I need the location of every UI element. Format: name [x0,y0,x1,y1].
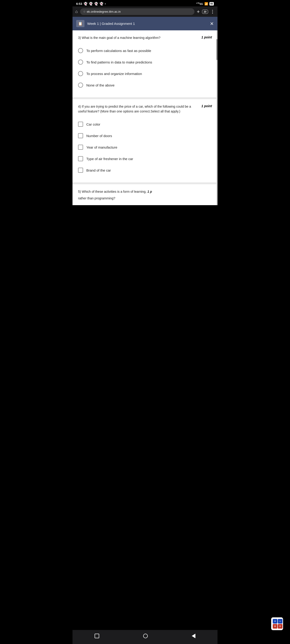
q4-label-e: Brand of the car [86,168,111,173]
q3-option-b[interactable]: To find patterns in data to make predict… [78,56,212,68]
scroll-thumb[interactable] [216,39,217,60]
browser-bar: ⌂ ⊙ ek.onlinedegree.iitm.ac.in + 20 ⋮ [73,6,217,17]
q3-label-a: To perform calculations as fast as possi… [86,48,151,53]
question-5-points-inline: 1 p [147,190,152,194]
question-4-options: Car color Number of doors Year of manufa… [78,118,212,176]
q3-radio-c[interactable] [78,71,83,76]
q3-label-d: None of the above [86,83,115,88]
header-icon: 📋 [76,20,85,27]
question-3-points: 1 point [201,36,212,39]
address-bar[interactable]: ⊙ ek.onlinedegree.iitm.ac.in [80,8,194,15]
menu-button[interactable]: ⋮ [210,9,215,14]
q3-label-c: To process and organize information [86,71,142,76]
time-display: 6:53 [76,2,82,6]
question-5-card-partial: 5) Which of these activities is a form o… [73,184,217,205]
question-4-number: 4) [78,105,81,108]
snapchat-ghost-1: 👻 [84,2,88,6]
page-header: 📋 Week 1 | Graded Assignment 1 ✕ [73,17,217,30]
q4-checkbox-e[interactable] [78,168,83,173]
q4-checkbox-d[interactable] [78,156,83,161]
q4-label-d: Type of air freshener in the car [86,156,133,161]
q3-option-d[interactable]: None of the above [78,79,212,91]
q3-radio-a[interactable] [78,48,83,53]
question-3-text: 3) What is the main goal of a machine le… [78,36,200,40]
q4-label-a: Car color [86,122,100,127]
scroll-track [216,30,217,205]
signal-bars: 📶 [204,2,208,6]
q4-option-e[interactable]: Brand of the car [78,164,212,176]
page-title: Week 1 | Graded Assignment 1 [87,22,207,26]
home-icon[interactable]: ⌂ [75,9,78,14]
question-5-body: Which of these activities is a form of l… [82,190,146,194]
snapchat-ghost-3: 👻 [94,2,98,6]
q4-option-b[interactable]: Number of doors [78,130,212,142]
q3-option-c[interactable]: To process and organize information [78,68,212,79]
assignment-icon: 📋 [78,22,83,26]
close-button[interactable]: ✕ [210,21,214,26]
q4-label-c: Year of manufacture [86,145,117,150]
battery-indicator: 66 [209,2,214,6]
lock-icon: ⊙ [83,10,85,13]
q4-checkbox-a[interactable] [78,122,83,127]
snapchat-ghost-4: 👻 [99,2,103,6]
status-right: LTE5G 📶 66 [196,2,214,6]
q3-label-b: To find patterns in data to make predict… [86,60,152,65]
q4-label-b: Number of doors [86,134,112,138]
tab-count[interactable]: 20 [202,10,208,14]
question-3-options: To perform calculations as fast as possi… [78,45,212,91]
q4-option-a[interactable]: Car color [78,118,212,130]
question-4-body: If you are trying to predict the price o… [78,105,191,113]
question-3-number: 3) [78,36,81,40]
question-4-header: 4) If you are trying to predict the pric… [78,104,212,114]
question-3-card: 3) What is the main goal of a machine le… [73,30,217,99]
status-bar: 6:53 👻 👻 👻 👻 ● LTE5G 📶 66 [73,0,217,6]
q4-checkbox-c[interactable] [78,145,83,150]
q3-radio-d[interactable] [78,82,83,88]
new-tab-button[interactable]: + [197,9,200,15]
question-4-card: 4) If you are trying to predict the pric… [73,99,217,184]
question-5-number: 5) [78,190,81,194]
url-text: ek.onlinedegree.iitm.ac.in [87,10,121,13]
q3-radio-b[interactable] [78,60,83,65]
question-4-points: 1 point [201,104,212,108]
question-5-continuation: rather than programming? [78,196,212,200]
question-4-text: 4) If you are trying to predict the pric… [78,104,200,114]
question-3-body: What is the main goal of a machine learn… [82,36,160,40]
question-5-text: 5) Which of these activities is a form o… [78,189,212,194]
q3-option-a[interactable]: To perform calculations as fast as possi… [78,45,212,56]
content-area: 3) What is the main goal of a machine le… [73,30,217,205]
q4-option-d[interactable]: Type of air freshener in the car [78,153,212,164]
q4-option-c[interactable]: Year of manufacture [78,142,212,153]
snapchat-ghost-2: 👻 [89,2,93,6]
question-5-header: 5) Which of these activities is a form o… [78,189,212,194]
notification-dot: ● [105,3,106,5]
network-indicator: LTE5G [196,2,203,5]
question-3-header: 3) What is the main goal of a machine le… [78,36,212,40]
status-left: 6:53 👻 👻 👻 👻 ● [76,2,106,6]
q4-checkbox-b[interactable] [78,133,83,138]
